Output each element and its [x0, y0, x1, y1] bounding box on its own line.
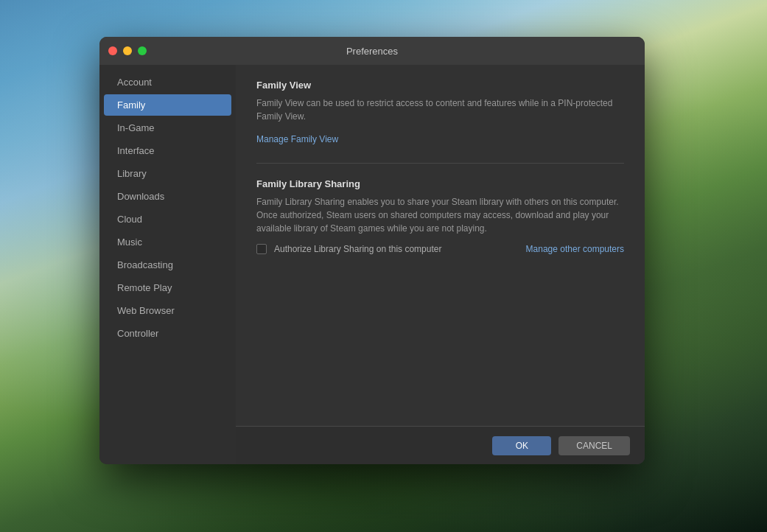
family-library-sharing-title: Family Library Sharing	[256, 178, 624, 189]
family-library-sharing-description: Family Library Sharing enables you to sh…	[256, 195, 624, 235]
family-view-section: Family View Family View can be used to r…	[256, 80, 624, 145]
maximize-button[interactable]	[138, 46, 147, 55]
authorize-sharing-checkbox[interactable]	[256, 244, 267, 254]
sidebar-item-in-game[interactable]: In-Game	[104, 117, 231, 139]
section-divider	[256, 163, 624, 164]
cancel-button[interactable]: CANCEL	[558, 436, 630, 455]
window-body: Account Family In-Game Interface Library…	[99, 65, 645, 464]
traffic-lights	[108, 46, 147, 55]
family-view-description: Family View can be used to restrict acce…	[256, 97, 624, 123]
minimize-button[interactable]	[123, 46, 132, 55]
footer: OK CANCEL	[236, 426, 645, 464]
sidebar-item-account[interactable]: Account	[104, 71, 231, 93]
titlebar: Preferences	[99, 37, 645, 65]
sidebar-item-remote-play[interactable]: Remote Play	[104, 277, 231, 298]
authorize-sharing-label: Authorize Library Sharing on this comput…	[274, 244, 519, 254]
ok-button[interactable]: OK	[492, 436, 551, 455]
sidebar-item-downloads[interactable]: Downloads	[104, 186, 231, 207]
sidebar-item-library[interactable]: Library	[104, 163, 231, 184]
content-area: Family View Family View can be used to r…	[236, 65, 645, 464]
sidebar-item-controller[interactable]: Controller	[104, 323, 231, 344]
window-title: Preferences	[346, 46, 398, 57]
authorize-sharing-row: Authorize Library Sharing on this comput…	[256, 244, 624, 254]
manage-family-view-link[interactable]: Manage Family View	[256, 134, 338, 144]
sidebar-item-interface[interactable]: Interface	[104, 140, 231, 161]
preferences-window: Preferences Account Family In-Game Inter…	[99, 37, 645, 464]
family-library-sharing-section: Family Library Sharing Family Library Sh…	[256, 178, 624, 254]
sidebar: Account Family In-Game Interface Library…	[99, 65, 236, 464]
sidebar-item-music[interactable]: Music	[104, 231, 231, 253]
content-scroll: Family View Family View can be used to r…	[236, 65, 645, 426]
manage-other-computers-link[interactable]: Manage other computers	[526, 244, 624, 254]
sidebar-item-cloud[interactable]: Cloud	[104, 209, 231, 230]
sidebar-item-broadcasting[interactable]: Broadcasting	[104, 254, 231, 276]
family-view-title: Family View	[256, 80, 624, 91]
close-button[interactable]	[108, 46, 117, 55]
sidebar-item-web-browser[interactable]: Web Browser	[104, 300, 231, 321]
sidebar-item-family[interactable]: Family	[104, 94, 231, 116]
